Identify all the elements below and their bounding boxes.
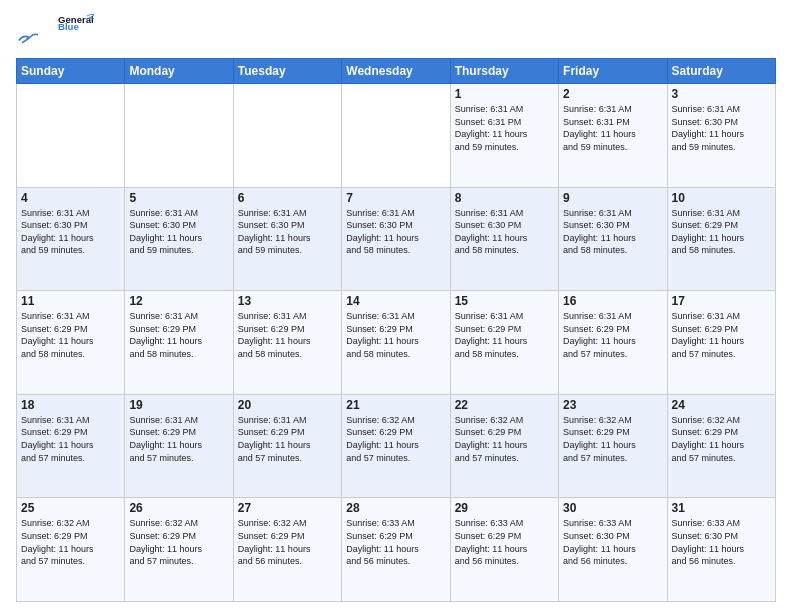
bird-icon [18, 32, 38, 48]
week-row-3: 11Sunrise: 6:31 AM Sunset: 6:29 PM Dayli… [17, 291, 776, 395]
day-info: Sunrise: 6:31 AM Sunset: 6:30 PM Dayligh… [21, 207, 120, 257]
calendar-cell-w1-d4 [342, 84, 450, 188]
calendar-header-row: SundayMondayTuesdayWednesdayThursdayFrid… [17, 59, 776, 84]
header-wednesday: Wednesday [342, 59, 450, 84]
day-info: Sunrise: 6:31 AM Sunset: 6:30 PM Dayligh… [672, 103, 771, 153]
day-number: 2 [563, 87, 662, 101]
day-info: Sunrise: 6:31 AM Sunset: 6:29 PM Dayligh… [129, 310, 228, 360]
day-number: 16 [563, 294, 662, 308]
week-row-2: 4Sunrise: 6:31 AM Sunset: 6:30 PM Daylig… [17, 187, 776, 291]
day-info: Sunrise: 6:31 AM Sunset: 6:29 PM Dayligh… [129, 414, 228, 464]
day-number: 29 [455, 501, 554, 515]
day-number: 19 [129, 398, 228, 412]
header-tuesday: Tuesday [233, 59, 341, 84]
calendar-cell-w4-d6: 23Sunrise: 6:32 AM Sunset: 6:29 PM Dayli… [559, 394, 667, 498]
week-row-4: 18Sunrise: 6:31 AM Sunset: 6:29 PM Dayli… [17, 394, 776, 498]
day-info: Sunrise: 6:33 AM Sunset: 6:30 PM Dayligh… [672, 517, 771, 567]
calendar-cell-w4-d3: 20Sunrise: 6:31 AM Sunset: 6:29 PM Dayli… [233, 394, 341, 498]
calendar-cell-w4-d5: 22Sunrise: 6:32 AM Sunset: 6:29 PM Dayli… [450, 394, 558, 498]
day-number: 13 [238, 294, 337, 308]
day-info: Sunrise: 6:31 AM Sunset: 6:30 PM Dayligh… [346, 207, 445, 257]
day-info: Sunrise: 6:31 AM Sunset: 6:31 PM Dayligh… [563, 103, 662, 153]
day-info: Sunrise: 6:32 AM Sunset: 6:29 PM Dayligh… [563, 414, 662, 464]
calendar-cell-w3-d7: 17Sunrise: 6:31 AM Sunset: 6:29 PM Dayli… [667, 291, 775, 395]
day-info: Sunrise: 6:33 AM Sunset: 6:29 PM Dayligh… [346, 517, 445, 567]
calendar-cell-w1-d2 [125, 84, 233, 188]
day-info: Sunrise: 6:31 AM Sunset: 6:30 PM Dayligh… [563, 207, 662, 257]
day-info: Sunrise: 6:31 AM Sunset: 6:29 PM Dayligh… [672, 310, 771, 360]
calendar-cell-w1-d1 [17, 84, 125, 188]
calendar-cell-w2-d7: 10Sunrise: 6:31 AM Sunset: 6:29 PM Dayli… [667, 187, 775, 291]
calendar-cell-w2-d2: 5Sunrise: 6:31 AM Sunset: 6:30 PM Daylig… [125, 187, 233, 291]
calendar-cell-w2-d1: 4Sunrise: 6:31 AM Sunset: 6:30 PM Daylig… [17, 187, 125, 291]
week-row-1: 1Sunrise: 6:31 AM Sunset: 6:31 PM Daylig… [17, 84, 776, 188]
header-thursday: Thursday [450, 59, 558, 84]
day-number: 15 [455, 294, 554, 308]
calendar-cell-w5-d7: 31Sunrise: 6:33 AM Sunset: 6:30 PM Dayli… [667, 498, 775, 602]
day-info: Sunrise: 6:32 AM Sunset: 6:29 PM Dayligh… [238, 517, 337, 567]
day-number: 14 [346, 294, 445, 308]
day-number: 25 [21, 501, 120, 515]
calendar-cell-w1-d7: 3Sunrise: 6:31 AM Sunset: 6:30 PM Daylig… [667, 84, 775, 188]
calendar-cell-w4-d1: 18Sunrise: 6:31 AM Sunset: 6:29 PM Dayli… [17, 394, 125, 498]
header: General Blue [16, 16, 776, 50]
day-info: Sunrise: 6:31 AM Sunset: 6:30 PM Dayligh… [455, 207, 554, 257]
day-number: 26 [129, 501, 228, 515]
calendar-cell-w3-d4: 14Sunrise: 6:31 AM Sunset: 6:29 PM Dayli… [342, 291, 450, 395]
calendar-cell-w5-d2: 26Sunrise: 6:32 AM Sunset: 6:29 PM Dayli… [125, 498, 233, 602]
header-saturday: Saturday [667, 59, 775, 84]
day-number: 12 [129, 294, 228, 308]
day-info: Sunrise: 6:33 AM Sunset: 6:30 PM Dayligh… [563, 517, 662, 567]
day-number: 8 [455, 191, 554, 205]
calendar-table: SundayMondayTuesdayWednesdayThursdayFrid… [16, 58, 776, 602]
day-number: 18 [21, 398, 120, 412]
week-row-5: 25Sunrise: 6:32 AM Sunset: 6:29 PM Dayli… [17, 498, 776, 602]
calendar-cell-w5-d4: 28Sunrise: 6:33 AM Sunset: 6:29 PM Dayli… [342, 498, 450, 602]
day-number: 5 [129, 191, 228, 205]
day-number: 3 [672, 87, 771, 101]
day-info: Sunrise: 6:32 AM Sunset: 6:29 PM Dayligh… [455, 414, 554, 464]
day-number: 31 [672, 501, 771, 515]
day-info: Sunrise: 6:31 AM Sunset: 6:29 PM Dayligh… [455, 310, 554, 360]
calendar-cell-w4-d7: 24Sunrise: 6:32 AM Sunset: 6:29 PM Dayli… [667, 394, 775, 498]
header-monday: Monday [125, 59, 233, 84]
day-info: Sunrise: 6:31 AM Sunset: 6:29 PM Dayligh… [346, 310, 445, 360]
page: General Blue SundayMondayTuesdayWednesda… [0, 0, 792, 612]
day-number: 6 [238, 191, 337, 205]
day-info: Sunrise: 6:31 AM Sunset: 6:30 PM Dayligh… [129, 207, 228, 257]
day-number: 17 [672, 294, 771, 308]
calendar-cell-w5-d6: 30Sunrise: 6:33 AM Sunset: 6:30 PM Dayli… [559, 498, 667, 602]
logo-icon: General Blue [58, 12, 94, 32]
calendar-cell-w3-d1: 11Sunrise: 6:31 AM Sunset: 6:29 PM Dayli… [17, 291, 125, 395]
calendar-cell-w3-d2: 12Sunrise: 6:31 AM Sunset: 6:29 PM Dayli… [125, 291, 233, 395]
day-info: Sunrise: 6:32 AM Sunset: 6:29 PM Dayligh… [129, 517, 228, 567]
day-number: 20 [238, 398, 337, 412]
day-info: Sunrise: 6:32 AM Sunset: 6:29 PM Dayligh… [346, 414, 445, 464]
header-friday: Friday [559, 59, 667, 84]
calendar-cell-w1-d3 [233, 84, 341, 188]
calendar-cell-w5-d3: 27Sunrise: 6:32 AM Sunset: 6:29 PM Dayli… [233, 498, 341, 602]
calendar-cell-w2-d5: 8Sunrise: 6:31 AM Sunset: 6:30 PM Daylig… [450, 187, 558, 291]
day-info: Sunrise: 6:33 AM Sunset: 6:29 PM Dayligh… [455, 517, 554, 567]
calendar-cell-w2-d4: 7Sunrise: 6:31 AM Sunset: 6:30 PM Daylig… [342, 187, 450, 291]
day-info: Sunrise: 6:31 AM Sunset: 6:31 PM Dayligh… [455, 103, 554, 153]
calendar-cell-w4-d2: 19Sunrise: 6:31 AM Sunset: 6:29 PM Dayli… [125, 394, 233, 498]
day-number: 27 [238, 501, 337, 515]
calendar-cell-w3-d5: 15Sunrise: 6:31 AM Sunset: 6:29 PM Dayli… [450, 291, 558, 395]
logo: General Blue [16, 16, 94, 50]
day-number: 22 [455, 398, 554, 412]
day-info: Sunrise: 6:31 AM Sunset: 6:30 PM Dayligh… [238, 207, 337, 257]
day-info: Sunrise: 6:31 AM Sunset: 6:29 PM Dayligh… [21, 310, 120, 360]
day-number: 9 [563, 191, 662, 205]
svg-text:Blue: Blue [58, 21, 79, 32]
day-number: 30 [563, 501, 662, 515]
day-number: 28 [346, 501, 445, 515]
day-number: 10 [672, 191, 771, 205]
calendar-cell-w5-d1: 25Sunrise: 6:32 AM Sunset: 6:29 PM Dayli… [17, 498, 125, 602]
day-info: Sunrise: 6:32 AM Sunset: 6:29 PM Dayligh… [672, 414, 771, 464]
header-sunday: Sunday [17, 59, 125, 84]
calendar-cell-w3-d6: 16Sunrise: 6:31 AM Sunset: 6:29 PM Dayli… [559, 291, 667, 395]
day-number: 24 [672, 398, 771, 412]
day-info: Sunrise: 6:31 AM Sunset: 6:29 PM Dayligh… [563, 310, 662, 360]
day-number: 11 [21, 294, 120, 308]
